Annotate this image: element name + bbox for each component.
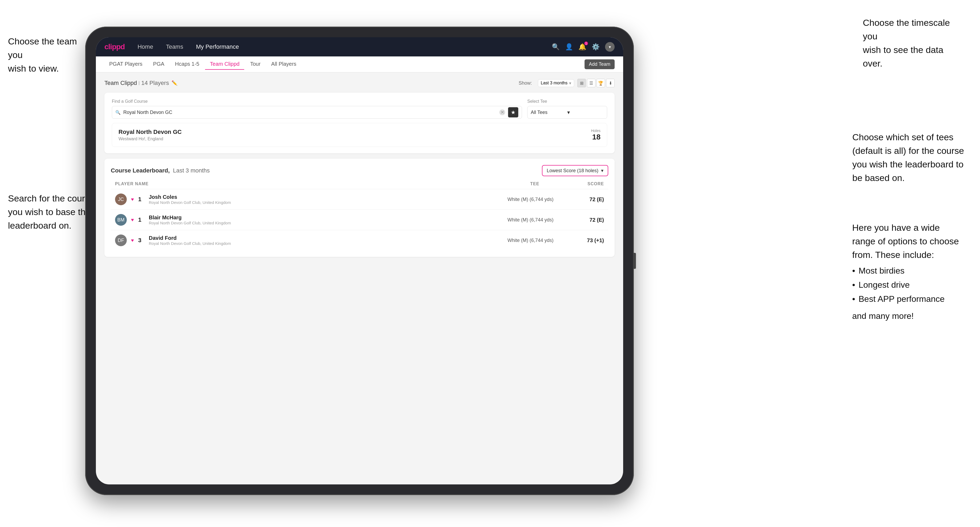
leaderboard-title-text: Course Leaderboard, xyxy=(111,167,170,174)
player-club: Royal North Devon Golf Club, United King… xyxy=(149,200,489,205)
list-view-icon[interactable]: ☰ xyxy=(587,79,595,87)
bell-icon[interactable]: 🔔 1 xyxy=(578,43,586,51)
bullet-item-1: Most birdies xyxy=(852,265,964,277)
user-avatar[interactable]: ▾ xyxy=(605,42,615,52)
score-info: 72 (E) xyxy=(572,197,604,203)
player-club: Royal North Devon Golf Club, United King… xyxy=(149,221,489,225)
ann-bottom-left-line2: you wish to base the xyxy=(8,207,91,217)
nav-link-myperformance[interactable]: My Performance xyxy=(194,42,241,51)
view-icons: ⊞ ☰ 🏆 ⬇ xyxy=(578,79,615,87)
leaderboard-subtitle: Last 3 months xyxy=(173,167,210,174)
dropdown-chevron: ▾ xyxy=(569,81,571,86)
nav-icons: 🔍 👤 🔔 1 ⚙️ ▾ xyxy=(552,42,615,52)
heart-icon[interactable]: ♥ xyxy=(131,238,134,243)
sub-nav-tabs: PGAT Players PGA Hcaps 1-5 Team Clippd T… xyxy=(104,59,584,70)
annotation-top-right: Choose the timescale you wish to see the… xyxy=(863,16,964,70)
and-more-text: and many more! xyxy=(852,310,964,322)
nav-link-home[interactable]: Home xyxy=(135,42,155,51)
team-header: Team Clippd | 14 Players ✏️ Show: Last 3… xyxy=(104,79,615,87)
tab-pga[interactable]: PGA xyxy=(148,59,169,70)
clear-search-button[interactable]: ✕ xyxy=(499,110,505,115)
notification-badge: 1 xyxy=(584,41,588,45)
leaderboard-title-group: Course Leaderboard, Last 3 months xyxy=(111,167,210,174)
tee-chevron: ▾ xyxy=(567,109,604,116)
annotation-bottom-right: Here you have a wide range of options to… xyxy=(852,221,964,322)
score-info: 73 (+1) xyxy=(572,237,604,243)
annotation-top-left: Choose the team you wish to view. xyxy=(8,35,88,75)
table-row: JC ♥ 1 Josh Coles Royal North Devon Golf… xyxy=(111,189,608,210)
tee-select-field: Select Tee All Tees ▾ xyxy=(527,99,607,119)
heart-icon[interactable]: ♥ xyxy=(131,197,134,202)
search-container: Find a Golf Course 🔍 ✕ ★ Select Tee All … xyxy=(104,93,615,153)
avatar: BM xyxy=(115,214,127,226)
nav-bar: clippd Home Teams My Performance 🔍 👤 🔔 1… xyxy=(96,37,623,56)
nav-link-teams[interactable]: Teams xyxy=(164,42,185,51)
score-info: 72 (E) xyxy=(572,217,604,223)
leaderboard-title: Course Leaderboard, Last 3 months xyxy=(111,167,210,174)
search-icon[interactable]: 🔍 xyxy=(552,43,560,51)
favorite-icon[interactable]: ★ xyxy=(508,107,519,117)
search-magnifier-icon: 🔍 xyxy=(115,110,121,115)
tab-pgat-players[interactable]: PGAT Players xyxy=(104,59,147,70)
player-info: Josh Coles Royal North Devon Golf Club, … xyxy=(149,194,489,205)
ann-top-left-line2: wish to view. xyxy=(8,63,59,73)
course-name: Royal North Devon GC xyxy=(119,129,181,135)
tablet-side-button xyxy=(634,253,636,269)
ann-top-right-line2: wish to see the data over. xyxy=(863,45,943,68)
bullet-item-2: Longest drive xyxy=(852,279,964,291)
rank-number: 1 xyxy=(138,216,145,223)
course-location: Westward Ho!, England xyxy=(119,137,181,141)
download-icon[interactable]: ⬇ xyxy=(606,79,615,87)
player-name: Blair McHarg xyxy=(149,214,489,221)
col-player-name: PLAYER NAME xyxy=(115,181,498,186)
rank-number: 1 xyxy=(138,196,145,203)
add-team-button[interactable]: Add Team xyxy=(584,59,615,69)
tee-select-dropdown[interactable]: All Tees ▾ xyxy=(527,106,607,119)
settings-icon[interactable]: ⚙️ xyxy=(592,43,600,51)
player-count: 14 Players xyxy=(141,79,169,86)
nav-links: Home Teams My Performance xyxy=(135,42,552,51)
tee-info: White (M) (6,744 yds) xyxy=(493,238,568,243)
ann-mid-right-line2: (default is all) for the course xyxy=(852,146,964,156)
ann-bottom-right-intro: Here you have a wide range of options to… xyxy=(852,221,964,262)
ann-mid-right-line1: Choose which set of tees xyxy=(852,132,953,142)
avatar: DF xyxy=(115,235,127,246)
ann-top-left-line1: Choose the team you xyxy=(8,36,77,60)
ann-bottom-left-line3: leaderboard on. xyxy=(8,221,72,230)
player-name: David Ford xyxy=(149,235,489,241)
tab-team-clippd[interactable]: Team Clippd xyxy=(205,59,244,70)
heart-icon[interactable]: ♥ xyxy=(131,217,134,223)
tab-tour[interactable]: Tour xyxy=(245,59,265,70)
player-club: Royal North Devon Golf Club, United King… xyxy=(149,241,489,246)
course-search-input[interactable] xyxy=(123,110,497,115)
course-search-field: Find a Golf Course 🔍 ✕ ★ xyxy=(112,99,522,119)
col-score: SCORE xyxy=(572,181,604,186)
find-course-label: Find a Golf Course xyxy=(112,99,522,104)
annotation-mid-right: Choose which set of tees (default is all… xyxy=(852,130,964,185)
leaderboard-columns: PLAYER NAME TEE SCORE xyxy=(111,181,608,186)
tee-info: White (M) (6,744 yds) xyxy=(493,197,568,202)
users-icon[interactable]: 👤 xyxy=(565,43,573,51)
tab-all-players[interactable]: All Players xyxy=(266,59,301,70)
leaderboard-header: Course Leaderboard, Last 3 months Lowest… xyxy=(111,165,608,176)
show-dropdown[interactable]: Last 3 months ▾ xyxy=(538,79,574,87)
score-type-selector[interactable]: Lowest Score (18 holes) ▾ xyxy=(542,165,608,176)
score-selector-chevron: ▾ xyxy=(601,168,603,173)
sub-nav: PGAT Players PGA Hcaps 1-5 Team Clippd T… xyxy=(96,56,623,72)
course-result-card: Royal North Devon GC Westward Ho!, Engla… xyxy=(112,123,607,147)
app-logo: clippd xyxy=(104,43,125,51)
ann-bottom-left-line1: Search for the course xyxy=(8,193,94,203)
grid-view-icon[interactable]: ⊞ xyxy=(578,79,586,87)
holes-number: 18 xyxy=(591,133,600,141)
ann-mid-right-line3: you wish the leaderboard to xyxy=(852,159,964,169)
team-title: Team Clippd xyxy=(104,79,137,86)
tab-hcaps[interactable]: Hcaps 1-5 xyxy=(170,59,204,70)
trophy-icon[interactable]: 🏆 xyxy=(597,79,605,87)
tablet-shell: clippd Home Teams My Performance 🔍 👤 🔔 1… xyxy=(85,27,634,495)
player-name: Josh Coles xyxy=(149,194,489,200)
col-tee: TEE xyxy=(498,181,572,186)
edit-icon[interactable]: ✏️ xyxy=(172,80,177,86)
tee-value: All Tees xyxy=(531,110,567,115)
leaderboard-section: Course Leaderboard, Last 3 months Lowest… xyxy=(104,159,615,257)
search-row: Find a Golf Course 🔍 ✕ ★ Select Tee All … xyxy=(112,99,607,119)
